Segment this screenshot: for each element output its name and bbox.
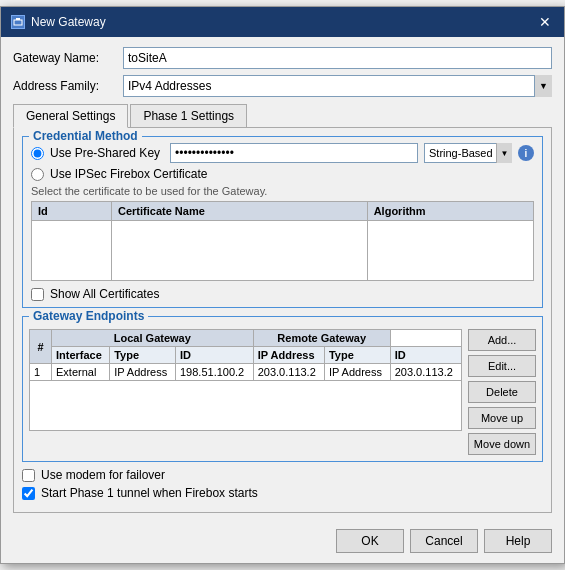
gateway-icon (11, 15, 25, 29)
tab-content-general: Credential Method Use Pre-Shared Key Str… (13, 127, 552, 513)
delete-button[interactable]: Delete (468, 381, 536, 403)
psk-radio-row: Use Pre-Shared Key String-Based Hex ▼ i (31, 143, 534, 163)
show-all-certs-label: Show All Certificates (50, 287, 159, 301)
gw-local-gateway-header: Local Gateway (52, 330, 254, 347)
gateway-endpoints-section: Gateway Endpoints # Local Gateway Remote… (22, 316, 543, 462)
cert-note: Select the certificate to be used for th… (31, 185, 534, 197)
address-family-select-wrapper: IPv4 Addresses IPv6 Addresses ▼ (123, 75, 552, 97)
gw-sub-interface: Interface (52, 347, 110, 364)
bottom-options: Use modem for failover Start Phase 1 tun… (22, 468, 543, 500)
gw-header-row-1: # Local Gateway Remote Gateway (30, 330, 462, 347)
address-family-label: Address Family: (13, 79, 123, 93)
psk-label: Use Pre-Shared Key (50, 146, 160, 160)
gateway-endpoints-title: Gateway Endpoints (29, 309, 148, 323)
gw-row-id-local: 198.51.100.2 (175, 364, 253, 381)
gw-remote-gateway-header: Remote Gateway (253, 330, 390, 347)
gw-row-id-remote: 203.0.113.2 (390, 364, 461, 381)
gw-row-type-local: IP Address (110, 364, 176, 381)
gw-sub-type-remote: Type (324, 347, 390, 364)
svg-rect-0 (14, 20, 22, 25)
gw-empty-row (30, 381, 462, 431)
titlebar-left: New Gateway (11, 15, 106, 29)
gw-row-ip: 203.0.113.2 (253, 364, 324, 381)
help-button[interactable]: Help (484, 529, 552, 553)
info-icon[interactable]: i (518, 145, 534, 161)
gw-row-type-remote: IP Address (324, 364, 390, 381)
show-all-certs-checkbox[interactable] (31, 288, 44, 301)
gateway-buttons: Add... Edit... Delete Move up Move down (468, 329, 536, 455)
close-button[interactable]: ✕ (536, 13, 554, 31)
certificate-table: Id Certificate Name Algorithm (31, 201, 534, 281)
gateway-name-input[interactable] (123, 47, 552, 69)
table-row[interactable]: 1 External IP Address 198.51.100.2 203.0… (30, 364, 462, 381)
gateway-name-row: Gateway Name: (13, 47, 552, 69)
gateway-endpoints-inner: # Local Gateway Remote Gateway Interface… (23, 317, 542, 461)
titlebar: New Gateway ✕ (1, 7, 564, 37)
gateway-name-label: Gateway Name: (13, 51, 123, 65)
address-family-row: Address Family: IPv4 Addresses IPv6 Addr… (13, 75, 552, 97)
dialog-new-gateway: New Gateway ✕ Gateway Name: Address Fami… (0, 6, 565, 564)
tab-general-settings[interactable]: General Settings (13, 104, 128, 128)
gw-row-num: 1 (30, 364, 52, 381)
gateway-endpoints-table: # Local Gateway Remote Gateway Interface… (29, 329, 462, 431)
tabs-container: General Settings Phase 1 Settings Creden… (13, 103, 552, 513)
gw-row-interface: External (52, 364, 110, 381)
modem-failover-label: Use modem for failover (41, 468, 165, 482)
gw-sub-ip: IP Address (253, 347, 324, 364)
start-tunnel-label: Start Phase 1 tunnel when Firebox starts (41, 486, 258, 500)
psk-radio[interactable] (31, 147, 44, 160)
add-button[interactable]: Add... (468, 329, 536, 351)
cert-radio[interactable] (31, 168, 44, 181)
titlebar-title: New Gateway (31, 15, 106, 29)
dialog-footer: OK Cancel Help (1, 523, 564, 563)
psk-type-select[interactable]: String-Based Hex (424, 143, 512, 163)
gateway-table-area: # Local Gateway Remote Gateway Interface… (29, 329, 462, 455)
psk-input-row: String-Based Hex ▼ i (170, 143, 534, 163)
cancel-button[interactable]: Cancel (410, 529, 478, 553)
modem-failover-checkbox[interactable] (22, 469, 35, 482)
cert-label: Use IPSec Firebox Certificate (50, 167, 207, 181)
move-up-button[interactable]: Move up (468, 407, 536, 429)
start-tunnel-row: Start Phase 1 tunnel when Firebox starts (22, 486, 543, 500)
gw-col-hash: # (30, 330, 52, 364)
cert-col-name: Certificate Name (112, 202, 368, 221)
tabs: General Settings Phase 1 Settings (13, 103, 552, 127)
cert-col-algo: Algorithm (367, 202, 533, 221)
dialog-content: Gateway Name: Address Family: IPv4 Addre… (1, 37, 564, 523)
cert-radio-row: Use IPSec Firebox Certificate (31, 167, 534, 181)
tab-phase1-settings[interactable]: Phase 1 Settings (130, 104, 247, 128)
credential-method-title: Credential Method (29, 129, 142, 143)
credential-method-section: Credential Method Use Pre-Shared Key Str… (22, 136, 543, 308)
svg-rect-1 (16, 18, 20, 20)
move-down-button[interactable]: Move down (468, 433, 536, 455)
gw-header-row-2: Interface Type ID IP Address Type ID (30, 347, 462, 364)
show-all-certs-row: Show All Certificates (31, 287, 534, 301)
modem-failover-row: Use modem for failover (22, 468, 543, 482)
address-family-select[interactable]: IPv4 Addresses IPv6 Addresses (123, 75, 552, 97)
ok-button[interactable]: OK (336, 529, 404, 553)
cert-empty-row (32, 221, 534, 281)
gw-sub-type-local: Type (110, 347, 176, 364)
cert-table-header-row: Id Certificate Name Algorithm (32, 202, 534, 221)
gw-sub-id-local: ID (175, 347, 253, 364)
psk-type-select-wrapper: String-Based Hex ▼ (424, 143, 512, 163)
edit-button[interactable]: Edit... (468, 355, 536, 377)
start-tunnel-checkbox[interactable] (22, 487, 35, 500)
gw-sub-id-remote: ID (390, 347, 461, 364)
psk-input[interactable] (170, 143, 418, 163)
cert-col-id: Id (32, 202, 112, 221)
